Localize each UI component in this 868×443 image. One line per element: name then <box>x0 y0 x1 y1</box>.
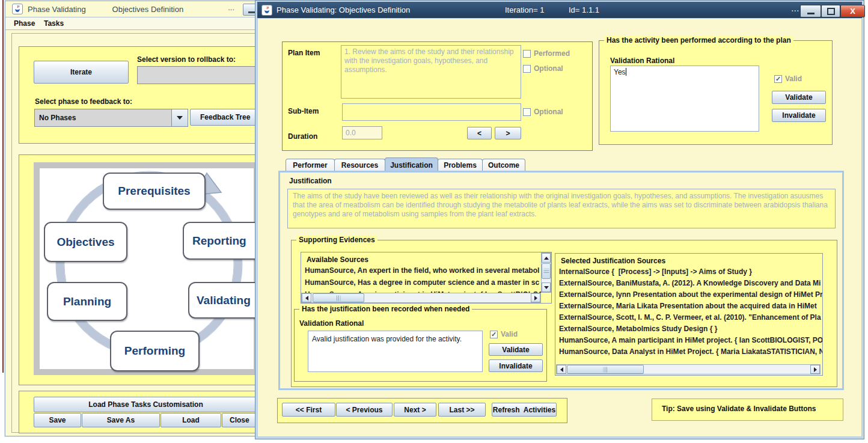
feedback-tree-button[interactable]: Feedback Tree <box>190 109 256 126</box>
save-button[interactable]: Save <box>34 413 81 427</box>
next-button[interactable]: Next > <box>394 403 436 417</box>
list-item[interactable]: InternalSource { [Process] -> [Inputs] -… <box>559 267 822 279</box>
right-content: Plan Item 1. Review the aims of the stud… <box>258 19 861 436</box>
left-window-title: Phase Validating <box>28 5 86 14</box>
selected-hscrollbar[interactable] <box>556 364 821 374</box>
close-window-button[interactable]: X <box>840 5 865 17</box>
list-item[interactable]: ExternalSource, Maria Likata Presentatio… <box>559 302 822 313</box>
load-phase-tasks-button[interactable]: Load Phase Tasks Customisation <box>34 397 256 412</box>
chevron-down-icon <box>177 116 183 120</box>
node-performing: Performing <box>110 331 200 371</box>
scroll-down-button[interactable] <box>542 283 551 292</box>
sub-item-label: Sub-Item <box>288 107 319 115</box>
tab-performer[interactable]: Performer <box>286 159 335 171</box>
available-sources-title: Available Sources <box>307 255 368 264</box>
restore-icon <box>827 8 835 15</box>
right-window-title: Phase Validating: Objectives Definition <box>277 5 410 14</box>
node-objectives: Objectives <box>44 222 127 262</box>
phase-combo-value: No Phases <box>39 114 76 122</box>
recorded-validate-button[interactable]: Validate <box>489 343 543 356</box>
recorded-valid-label: Valid <box>501 330 518 338</box>
scroll-left-button[interactable] <box>302 293 311 302</box>
window-objectives-definition: Phase Validating: Objectives Definition … <box>255 0 864 439</box>
plan-next-button[interactable]: > <box>495 127 521 139</box>
justification-textarea[interactable]: The aims of the study have been reviewed… <box>287 189 836 228</box>
arrow-right-icon <box>534 296 537 301</box>
tab-problems[interactable]: Problems <box>438 159 483 171</box>
sub-optional-label: Optional <box>534 108 563 116</box>
plan-prev-button[interactable]: < <box>467 127 492 139</box>
menu-phase[interactable]: Phase <box>14 19 35 28</box>
close-icon: X <box>850 7 855 16</box>
duration-field[interactable]: 0.0 <box>342 126 382 139</box>
save-as-button[interactable]: Save As <box>82 413 160 427</box>
scroll-right-button[interactable] <box>810 365 820 374</box>
arrow-right-icon <box>814 367 817 372</box>
combo-arrow-button[interactable] <box>171 109 188 126</box>
activity-invalidate-button[interactable]: Invalidate <box>772 109 826 122</box>
available-vscrollbar[interactable] <box>541 252 551 293</box>
refresh-activities-button[interactable]: Refresh Activities <box>492 403 557 417</box>
scroll-right-button[interactable] <box>531 293 540 302</box>
rollback-field[interactable] <box>137 66 256 84</box>
tab-outcome[interactable]: Outcome <box>482 159 525 171</box>
plan-optional-label: Optional <box>534 64 563 73</box>
activity-valid-checkbox[interactable]: ✓ <box>774 75 782 83</box>
tab-resources[interactable]: Resources <box>334 159 385 171</box>
recorded-valid-checkbox[interactable]: ✓ <box>490 331 498 338</box>
iterate-button[interactable]: Iterate <box>34 61 129 84</box>
left-minimize-button[interactable] <box>243 4 256 16</box>
activity-rational-textarea[interactable]: Yes <box>610 66 759 132</box>
list-item[interactable]: ExternalSource, Metabolmics Study Design… <box>559 325 822 336</box>
node-prerequisites: Prerequisites <box>103 173 206 210</box>
list-item[interactable]: HumanSource, A main participant in HiMet… <box>559 336 822 347</box>
right-titlebar-dots: ... <box>791 3 799 14</box>
justification-label: Justification <box>289 177 332 185</box>
thumb-grip <box>337 295 341 301</box>
window-phase-validating: Phase Validating Objectives Definition .… <box>5 1 256 436</box>
hscroll-thumb[interactable] <box>567 365 644 374</box>
first-button[interactable]: << First <box>282 403 335 417</box>
left-titlebar[interactable]: Phase Validating Objectives Definition .… <box>5 1 256 17</box>
performed-checkbox[interactable] <box>523 50 531 58</box>
recorded-rational-label: Validation Rational <box>299 319 364 328</box>
list-item[interactable]: ExternalSource, Scott, I. M., C. P. Verm… <box>559 313 822 325</box>
scroll-up-button[interactable] <box>542 253 551 263</box>
scroll-left-button[interactable] <box>557 365 566 374</box>
recorded-invalidate-button[interactable]: Invalidate <box>489 359 543 372</box>
tab-justification[interactable]: Justification <box>385 157 438 172</box>
plan-item-textarea[interactable]: 1. Review the aims of the study and thei… <box>341 45 521 99</box>
duration-label: Duration <box>288 132 317 141</box>
restore-button[interactable] <box>821 5 840 17</box>
plan-optional-checkbox[interactable] <box>523 65 531 73</box>
desktop: Phase Validating Objectives Definition .… <box>0 0 868 443</box>
vscroll-thumb[interactable] <box>542 263 551 279</box>
activity-validate-button[interactable]: Validate <box>772 91 826 104</box>
java-icon <box>12 4 23 14</box>
recorded-justification-title: Has the justification been recorded when… <box>299 305 472 313</box>
phase-combo[interactable]: No Phases <box>34 109 188 127</box>
sub-optional-checkbox[interactable] <box>523 108 531 116</box>
available-hscrollbar[interactable] <box>301 293 541 303</box>
list-item[interactable]: HumanSource, Data Analyst in HiMet Proje… <box>559 347 822 359</box>
right-titlebar[interactable]: Phase Validating: Objectives Definition … <box>257 2 862 18</box>
list-item[interactable]: ExternalSource, lynn Presentation about … <box>559 290 822 302</box>
minimize-button[interactable] <box>800 5 821 17</box>
feedback-label: Select phase to feedback to: <box>35 97 132 106</box>
hscroll-thumb[interactable] <box>313 293 364 302</box>
node-validating: Validating <box>188 282 256 319</box>
text-caret <box>626 68 626 76</box>
close-button[interactable]: Close <box>222 413 256 427</box>
list-item[interactable]: HumanSource, Has a degree in computer sc… <box>305 278 541 290</box>
recorded-rational-textarea[interactable]: Avalid justification was provided for th… <box>308 331 483 372</box>
menu-tasks[interactable]: Tasks <box>44 19 64 28</box>
list-item[interactable]: ExternalSource, BaniMustafa, A. (2012). … <box>559 279 822 290</box>
last-button[interactable]: Last >> <box>438 403 486 417</box>
thumb-grip <box>543 269 549 273</box>
sub-item-field[interactable] <box>342 103 521 121</box>
load-button[interactable]: Load <box>160 413 221 427</box>
thumb-grip <box>604 367 608 372</box>
list-item[interactable]: HumanSource, An expert in the field, who… <box>305 266 541 278</box>
previous-button[interactable]: < Previous <box>336 403 393 417</box>
id-value: Id= 1.1.1 <box>569 5 599 14</box>
